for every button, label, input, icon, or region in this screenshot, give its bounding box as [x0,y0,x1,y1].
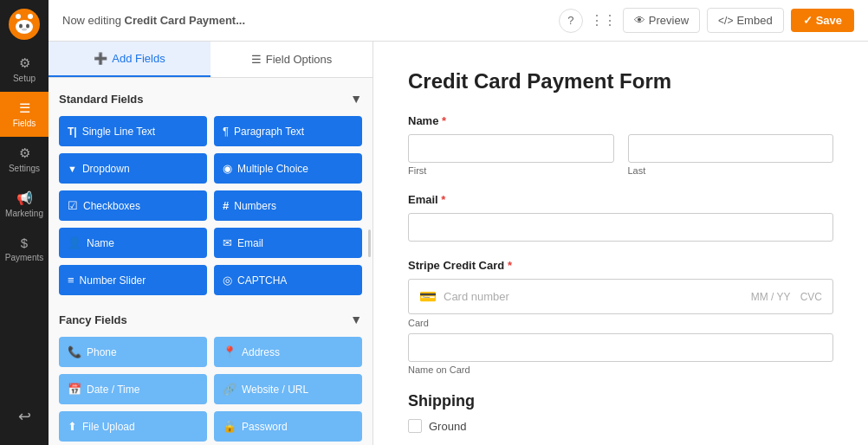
last-name-input[interactable] [628,134,834,163]
sidebar-item-payments[interactable]: $ Payments [0,227,49,271]
last-name-wrap: Last [628,134,834,176]
topbar-actions: ? ⋮⋮ 👁 Preview </> Embed ✓ Save [559,8,854,33]
number-slider-icon: ≡ [68,274,74,287]
field-phone[interactable]: 📞 Phone [59,337,207,367]
resize-handle-inner [368,229,371,257]
website-url-icon: 🔗 [223,383,236,396]
help-button[interactable]: ? [559,9,583,33]
sidebar-item-undo[interactable]: ↩ [15,398,35,435]
name-required-star: * [442,114,446,127]
single-line-text-icon: T| [68,126,77,138]
fields-panel: ➕ Add Fields ☰ Field Options Standard Fi… [49,42,373,445]
marketing-icon: 📢 [16,190,33,206]
field-address[interactable]: 📍 Address [214,337,362,367]
paragraph-text-icon: ¶ [223,125,229,138]
sidebar-item-marketing[interactable]: 📢 Marketing [0,182,49,227]
card-date-placeholder: MM / YY CVC [751,291,822,303]
check-icon: ✓ [803,14,813,27]
email-input[interactable] [408,213,833,242]
svg-point-1 [16,20,33,34]
email-icon: ✉ [223,236,232,249]
svg-point-8 [22,29,27,31]
first-name-wrap: First [408,134,614,176]
field-checkboxes[interactable]: ☑ Checkboxes [59,190,207,221]
shipping-section: Shipping Ground [408,392,833,433]
numbers-icon: # [223,199,229,212]
svg-point-5 [28,14,33,19]
form-preview-area: Credit Card Payment Form Name * First La… [373,42,868,445]
save-button[interactable]: ✓ Save [791,9,854,32]
email-field-group: Email * [408,193,833,242]
standard-fields-grid: T| Single Line Text ¶ Paragraph Text ▼ D… [59,116,362,295]
code-icon: </> [718,15,733,27]
shipping-title: Shipping [408,392,833,410]
fields-icon: ☰ [19,100,30,116]
name-icon: 👤 [68,236,81,249]
email-required-star: * [441,193,445,206]
password-icon: 🔒 [223,420,236,433]
field-paragraph-text[interactable]: ¶ Paragraph Text [214,116,362,146]
field-password[interactable]: 🔒 Password [214,411,362,442]
file-upload-icon: ⬆ [68,420,77,433]
fancy-fields-header: Fancy Fields ▼ [59,313,362,326]
stripe-card-box: 💳 Card number MM / YY CVC [408,279,833,314]
sidebar-item-setup[interactable]: ⚙ Setup [0,47,49,92]
checkboxes-icon: ☑ [68,199,78,212]
field-dropdown[interactable]: ▼ Dropdown [59,153,207,184]
standard-fields-header: Standard Fields ▼ [59,92,362,106]
card-number-placeholder: Card number [444,290,744,303]
stripe-field-group: Stripe Credit Card * 💳 Card number MM / … [408,259,833,375]
fancy-fields-grid: 📞 Phone 📍 Address 📅 Date / Time [59,337,362,442]
last-name-label: Last [628,165,834,176]
stripe-label: Stripe Credit Card * [408,259,833,272]
address-icon: 📍 [223,345,236,358]
dropdown-icon: ▼ [68,164,77,174]
undo-icon: ↩ [18,407,31,426]
field-number-slider[interactable]: ≡ Number Slider [59,265,207,295]
fancy-fields-collapse[interactable]: ▼ [350,313,362,326]
name-on-card-label: Name on Card [408,364,833,375]
field-email[interactable]: ✉ Email [214,228,362,258]
date-time-icon: 📅 [68,383,81,396]
preview-button[interactable]: 👁 Preview [623,8,700,33]
tab-field-options[interactable]: ☰ Field Options [211,42,372,77]
dots-grid-button[interactable]: ⋮⋮ [590,12,616,29]
eye-icon: 👁 [634,14,645,27]
field-date-time[interactable]: 📅 Date / Time [59,374,207,404]
field-numbers[interactable]: # Numbers [214,190,362,221]
field-website-url[interactable]: 🔗 Website / URL [214,374,362,404]
embed-button[interactable]: </> Embed [707,8,784,33]
field-captcha[interactable]: ◎ CAPTCHA [214,265,362,295]
field-single-line-text[interactable]: T| Single Line Text [59,116,207,146]
field-file-upload[interactable]: ⬆ File Upload [59,411,207,442]
topbar-title: Now editing Credit Card Payment... [62,14,548,27]
sidebar-item-settings[interactable]: ⚙ Settings [0,137,49,182]
standard-fields-collapse[interactable]: ▼ [350,92,362,106]
fancy-fields-title: Fancy Fields [59,313,127,326]
tab-add-fields[interactable]: ➕ Add Fields [49,42,211,77]
captcha-icon: ◎ [223,274,232,287]
standard-fields-section: Standard Fields ▼ T| Single Line Text ¶ … [59,92,362,295]
app-logo [7,7,42,42]
setup-icon: ⚙ [19,55,30,71]
sidebar-item-fields[interactable]: ☰ Fields [0,92,49,137]
first-name-label: First [408,165,614,176]
field-name[interactable]: 👤 Name [59,228,207,258]
add-fields-icon: ➕ [94,52,107,65]
name-label: Name * [408,114,833,127]
card-sub-label: Card [408,318,833,328]
name-on-card-input[interactable] [408,333,833,362]
stripe-required-star: * [508,259,512,272]
first-name-input[interactable] [408,134,614,163]
fields-scroll: Standard Fields ▼ T| Single Line Text ¶ … [49,78,372,445]
panel-resize-handle[interactable] [366,42,372,445]
field-multiple-choice[interactable]: ◉ Multiple Choice [214,153,362,184]
ground-checkbox[interactable] [408,419,422,433]
standard-fields-title: Standard Fields [59,93,144,106]
card-icon: 💳 [419,288,437,305]
multiple-choice-icon: ◉ [223,162,232,175]
form-title: Credit Card Payment Form [408,69,833,94]
svg-point-6 [19,24,23,29]
email-label: Email * [408,193,833,206]
phone-icon: 📞 [68,345,81,358]
